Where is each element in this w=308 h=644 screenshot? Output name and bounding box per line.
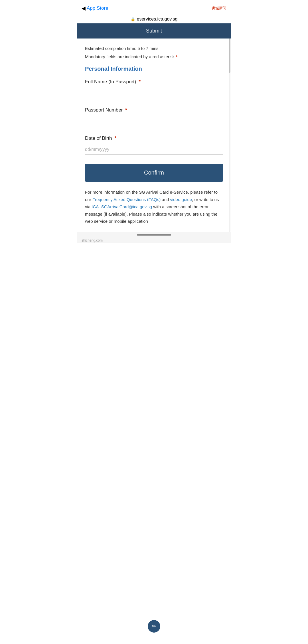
lock-icon: 🔒 [131,17,135,21]
footer-info: For more information on the SG Arrival C… [85,189,223,225]
scrollbar-track [229,39,230,232]
estimated-time-text: Estimated completion time: 5 to 7 mins [85,45,223,52]
nav-header: Submit [77,23,231,39]
full-name-input[interactable] [85,88,223,98]
url-bar[interactable]: 🔒 eservices.ica.gov.sg [77,15,231,23]
dob-input[interactable] [85,145,223,155]
bottom-scrollbar-thumb[interactable] [137,234,171,236]
full-name-label: Full Name (In Passport) * [85,79,223,85]
bottom-label: shicheng.com [77,238,231,243]
url-domain: eservices.ica.gov.sg [137,17,178,22]
page-content: Estimated completion time: 5 to 7 mins M… [77,39,231,232]
dob-asterisk: * [113,135,116,141]
faq-link[interactable]: Frequently Asked Questions (FAQs) [92,197,161,202]
nav-header-title: Submit [146,28,162,34]
bottom-scrollbar-container [77,232,231,238]
footer-text-2: and [161,197,170,202]
mandatory-note-text: Mandatory fields are indicated by a red … [85,54,223,60]
email-link[interactable]: ICA_SGArrivalCard@ica.gov.sg [92,204,152,209]
back-arrow-icon[interactable]: ◀ [82,5,86,11]
status-bar-right-label: 狮城新闻 [212,6,226,11]
section-heading-personal-info: Personal Information [85,66,223,72]
dob-label: Date of Birth * [85,135,223,141]
confirm-button[interactable]: Confirm [85,164,223,182]
status-bar-left: ◀ App Store [82,5,108,11]
status-bar: ◀ App Store 狮城新闻 [77,0,231,15]
video-guide-link[interactable]: video guide [170,197,192,202]
app-store-back-link[interactable]: App Store [87,5,108,11]
scrollbar-thumb[interactable] [229,39,230,73]
passport-number-label: Passport Number * [85,107,223,113]
passport-asterisk: * [124,107,127,113]
passport-number-input[interactable] [85,116,223,126]
form-group-passport-number: Passport Number * [85,107,223,126]
mandatory-asterisk: * [176,54,178,59]
full-name-asterisk: * [137,79,141,84]
form-group-dob: Date of Birth * [85,135,223,155]
form-group-full-name: Full Name (In Passport) * [85,79,223,98]
